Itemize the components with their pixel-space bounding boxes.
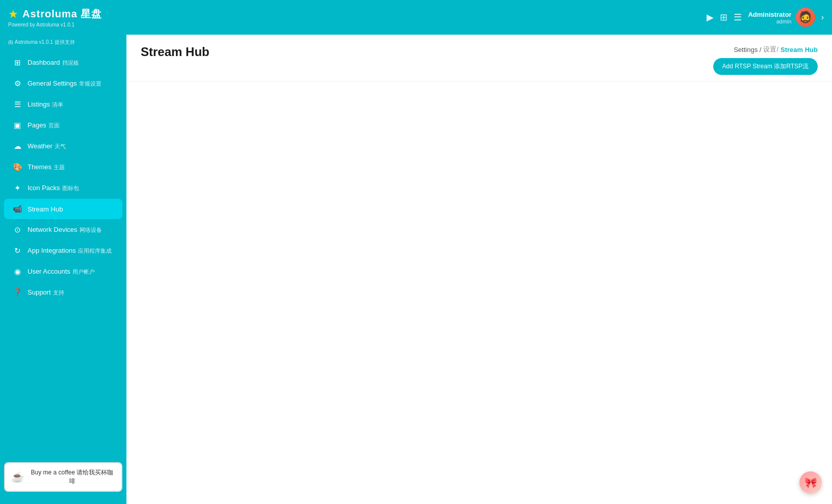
sidebar-item-support[interactable]: ❓Support支持 — [4, 282, 122, 303]
user-accounts-icon: ◉ — [12, 267, 22, 276]
breadcrumb-current: Stream Hub — [781, 46, 818, 54]
pages-label-en: Pages — [28, 121, 46, 129]
float-icon: 🎀 — [804, 476, 817, 489]
user-role: admin — [748, 18, 791, 24]
network-devices-label-en: Network Devices — [28, 226, 77, 233]
sidebar-item-listings[interactable]: ☰Listings清单 — [4, 94, 122, 115]
user-name: Administrator — [748, 11, 791, 18]
sidebar-item-weather[interactable]: ☁Weather天气 — [4, 136, 122, 156]
themes-label-zh: 主题 — [54, 164, 65, 171]
icon-packs-label-zh: 图标包 — [62, 184, 79, 192]
app-header: ★ Astroluma 星盘 Powered by Astroluma v1.0… — [0, 0, 832, 35]
icon-packs-label-en: Icon Packs — [28, 184, 60, 192]
icon-packs-icon: ✦ — [12, 183, 22, 193]
sidebar-item-user-accounts[interactable]: ◉User Accounts用户帐户 — [4, 261, 122, 282]
sidebar-item-dashboard[interactable]: ⊞Dashboard挡泥板 — [4, 52, 122, 73]
stream-hub-icon: 📹 — [12, 204, 22, 214]
grid-icon[interactable]: ⊞ — [720, 12, 727, 23]
app-integrations-label-zh: 应用程序集成 — [78, 247, 112, 255]
themes-icon: 🎨 — [12, 163, 22, 172]
coffee-icon: ☕ — [11, 471, 24, 483]
general-settings-icon: ⚙ — [12, 79, 22, 88]
dashboard-icon: ⊞ — [12, 58, 22, 67]
sidebar-item-pages[interactable]: ▣Pages页面 — [4, 115, 122, 136]
content-body — [126, 82, 832, 504]
add-rtsp-button[interactable]: Add RTSP Stream 添加RTSP流 — [713, 58, 818, 75]
pages-icon: ▣ — [12, 121, 22, 130]
user-info: Administrator admin 🧔 — [748, 8, 815, 27]
content-area: Stream Hub Settings / 设置/ Stream Hub Add… — [126, 35, 832, 504]
network-devices-icon: ⊙ — [12, 225, 22, 234]
dashboard-label-zh: 挡泥板 — [62, 59, 79, 67]
weather-label-en: Weather — [28, 142, 53, 150]
avatar-image: 🧔 — [798, 11, 812, 24]
sidebar-item-general-settings[interactable]: ⚙General Settings常规设置 — [4, 73, 122, 94]
menu-icon[interactable]: ☰ — [734, 12, 742, 23]
sidebar-item-themes[interactable]: 🎨Themes主题 — [4, 157, 122, 177]
support-label-en: Support — [28, 288, 51, 296]
breadcrumb: Settings / 设置/ Stream Hub Add RTSP Strea… — [713, 45, 818, 75]
sidebar-item-network-devices[interactable]: ⊙Network Devices网络设备 — [4, 220, 122, 240]
general-settings-label-zh: 常规设置 — [79, 80, 101, 88]
themes-label-en: Themes — [28, 163, 51, 171]
dashboard-label-en: Dashboard — [28, 59, 60, 66]
sidebar-item-icon-packs[interactable]: ✦Icon Packs图标包 — [4, 178, 122, 198]
user-accounts-label-zh: 用户帐户 — [72, 268, 95, 276]
sidebar-item-stream-hub[interactable]: 📹Stream Hub — [4, 199, 122, 219]
breadcrumb-path: Settings / 设置/ Stream Hub — [734, 45, 818, 54]
app-integrations-icon: ↻ — [12, 246, 22, 255]
sidebar-support-text: 由 Astroluma v1.0.1 提供支持 — [0, 35, 126, 52]
float-action-button[interactable]: 🎀 — [799, 471, 822, 494]
user-accounts-label-en: User Accounts — [28, 268, 70, 275]
app-integrations-label-en: App Integrations — [28, 247, 76, 254]
stream-hub-label-en: Stream Hub — [28, 205, 63, 213]
header-chevron-icon[interactable]: › — [821, 13, 824, 22]
sidebar-nav: ⊞Dashboard挡泥板⚙General Settings常规设置☰Listi… — [0, 52, 126, 458]
avatar[interactable]: 🧔 — [796, 8, 815, 27]
logo-text: Astroluma 星盘 — [22, 7, 102, 21]
main-layout: 由 Astroluma v1.0.1 提供支持 ⊞Dashboard挡泥板⚙Ge… — [0, 35, 832, 504]
general-settings-label-en: General Settings — [28, 79, 77, 87]
content-header: Stream Hub Settings / 设置/ Stream Hub Add… — [126, 35, 832, 82]
buy-coffee-button[interactable]: ☕ Buy me a coffee 请给我买杯咖啡 — [4, 462, 122, 492]
support-icon: ❓ — [12, 288, 22, 297]
coffee-text: Buy me a coffee 请给我买杯咖啡 — [29, 468, 115, 486]
network-devices-label-zh: 网络设备 — [80, 226, 102, 234]
sidebar: 由 Astroluma v1.0.1 提供支持 ⊞Dashboard挡泥板⚙Ge… — [0, 35, 126, 504]
sidebar-item-app-integrations[interactable]: ↻App Integrations应用程序集成 — [4, 241, 122, 261]
sidebar-bottom: ☕ Buy me a coffee 请给我买杯咖啡 — [0, 458, 126, 496]
listings-label-zh: 清单 — [52, 101, 63, 109]
logo: ★ Astroluma 星盘 Powered by Astroluma v1.0… — [8, 7, 102, 28]
page-title: Stream Hub — [141, 45, 210, 59]
pages-label-zh: 页面 — [48, 122, 60, 129]
support-label-zh: 支持 — [53, 289, 64, 297]
weather-icon: ☁ — [12, 142, 22, 151]
listings-icon: ☰ — [12, 100, 22, 109]
breadcrumb-settings-zh: 设置/ — [763, 45, 778, 54]
weather-label-zh: 天气 — [55, 143, 66, 150]
header-right: ▶ ⊞ ☰ Administrator admin 🧔 › — [707, 8, 824, 27]
powered-by-text: Powered by Astroluma v1.0.1 — [8, 22, 102, 28]
video-icon[interactable]: ▶ — [707, 12, 714, 23]
listings-label-en: Listings — [28, 100, 50, 108]
star-icon: ★ — [8, 8, 18, 21]
breadcrumb-settings: Settings / — [734, 46, 761, 54]
